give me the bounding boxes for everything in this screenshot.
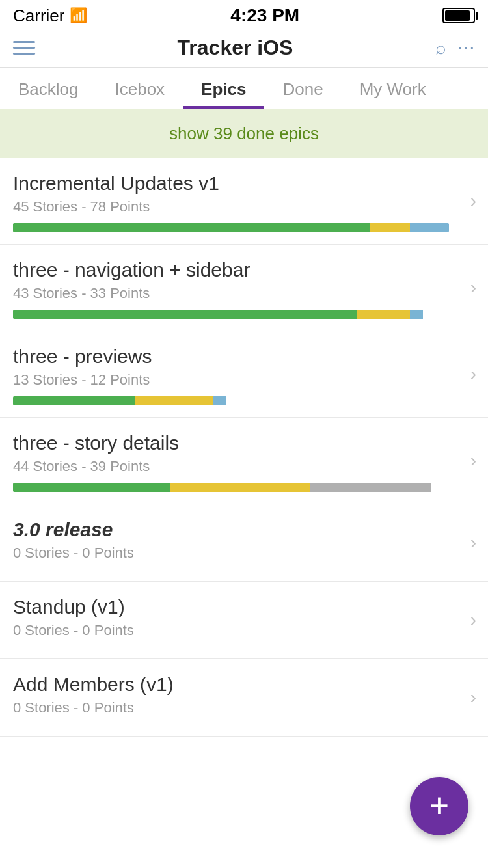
- progress-segment-yellow: [170, 483, 309, 492]
- epic-item[interactable]: three - navigation + sidebar43 Stories -…: [0, 245, 488, 331]
- epic-progress-bar: [13, 310, 449, 319]
- progress-segment-gray: [310, 483, 432, 492]
- epic-item[interactable]: Add Members (v1)0 Stories - 0 Points›: [0, 659, 488, 737]
- add-button[interactable]: +: [410, 777, 468, 835]
- epic-meta: 44 Stories - 39 Points: [13, 458, 449, 475]
- status-bar: Carrier 📶 4:23 PM: [0, 0, 488, 29]
- epic-list: Incremental Updates v145 Stories - 78 Po…: [0, 158, 488, 737]
- epic-meta: 0 Stories - 0 Points: [13, 699, 449, 716]
- tab-mywork[interactable]: My Work: [342, 68, 444, 109]
- nav-actions: ⌕ ⋯: [435, 37, 475, 59]
- epic-meta: 43 Stories - 33 Points: [13, 285, 449, 302]
- epic-item[interactable]: three - story details44 Stories - 39 Poi…: [0, 418, 488, 504]
- tab-done[interactable]: Done: [264, 68, 341, 109]
- chevron-right-icon: ›: [470, 450, 476, 471]
- epic-title: 3.0 release: [13, 519, 449, 541]
- epic-title: Standup (v1): [13, 596, 449, 618]
- epic-title: three - story details: [13, 432, 449, 454]
- chevron-right-icon: ›: [470, 364, 476, 385]
- epic-meta: 0 Stories - 0 Points: [13, 622, 449, 639]
- epic-progress-bar: [13, 396, 449, 405]
- epic-item[interactable]: Incremental Updates v145 Stories - 78 Po…: [0, 158, 488, 245]
- progress-segment-green: [13, 396, 135, 405]
- epic-meta: 13 Stories - 12 Points: [13, 372, 449, 388]
- show-done-text: show 39 done epics: [169, 124, 319, 143]
- epic-item[interactable]: three - previews13 Stories - 12 Points›: [0, 331, 488, 418]
- add-icon: +: [429, 789, 449, 822]
- wifi-icon: 📶: [70, 7, 87, 24]
- carrier-label: Carrier 📶: [13, 6, 87, 26]
- tab-epics[interactable]: Epics: [183, 68, 264, 109]
- chevron-right-icon: ›: [470, 532, 476, 553]
- epic-meta: 45 Stories - 78 Points: [13, 198, 449, 215]
- progress-segment-blue: [213, 396, 226, 405]
- epic-title: Add Members (v1): [13, 673, 449, 696]
- progress-segment-yellow: [370, 223, 409, 232]
- epic-progress-bar: [13, 483, 449, 492]
- epic-title: Incremental Updates v1: [13, 172, 449, 195]
- chevron-right-icon: ›: [470, 610, 476, 631]
- epic-item[interactable]: Standup (v1)0 Stories - 0 Points›: [0, 582, 488, 659]
- tab-icebox[interactable]: Icebox: [97, 68, 183, 109]
- progress-segment-yellow: [357, 310, 409, 319]
- tab-bar: Backlog Icebox Epics Done My Work: [0, 68, 488, 109]
- status-time: 4:23 PM: [230, 5, 299, 26]
- menu-icon[interactable]: [13, 41, 35, 55]
- epic-progress-bar: [13, 223, 449, 232]
- progress-segment-blue: [410, 223, 449, 232]
- progress-segment-green: [13, 310, 357, 319]
- nav-bar: Tracker iOS ⌕ ⋯: [0, 29, 488, 68]
- chevron-right-icon: ›: [470, 191, 476, 211]
- epic-title: three - previews: [13, 346, 449, 368]
- search-icon[interactable]: ⌕: [435, 38, 446, 59]
- progress-segment-blue: [410, 310, 423, 319]
- tab-backlog[interactable]: Backlog: [0, 68, 97, 109]
- progress-segment-green: [13, 223, 370, 232]
- app-title: Tracker iOS: [178, 36, 293, 60]
- progress-segment-yellow: [135, 396, 214, 405]
- epic-title: three - navigation + sidebar: [13, 259, 449, 281]
- battery-fill: [445, 10, 470, 21]
- chevron-right-icon: ›: [470, 687, 476, 708]
- chevron-right-icon: ›: [470, 277, 476, 298]
- more-icon[interactable]: ⋯: [457, 37, 475, 59]
- epic-meta: 0 Stories - 0 Points: [13, 545, 449, 562]
- show-done-banner[interactable]: show 39 done epics: [0, 109, 488, 158]
- epic-item[interactable]: 3.0 release0 Stories - 0 Points›: [0, 504, 488, 582]
- progress-segment-green: [13, 483, 170, 492]
- battery-icon: [442, 8, 475, 23]
